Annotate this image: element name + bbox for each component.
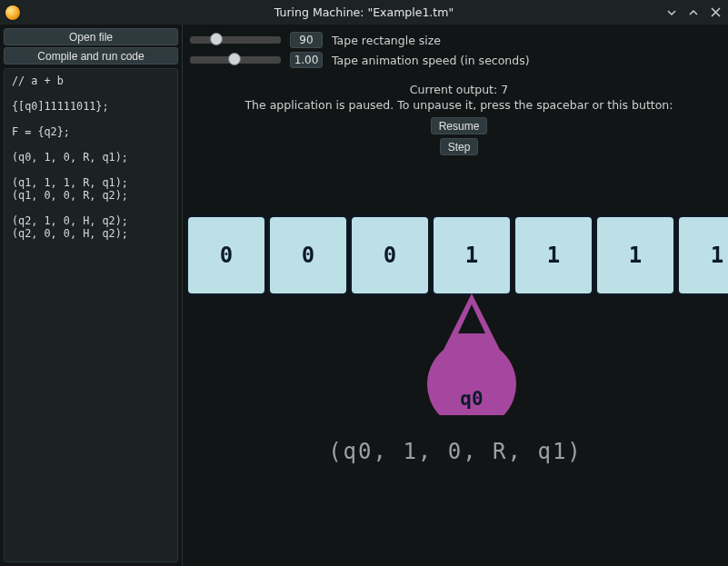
- head-state-label: q0: [427, 388, 516, 410]
- anim-speed-value[interactable]: 1.00: [290, 52, 323, 68]
- main-panel: 90 Tape rectangle size 1.00 Tape animati…: [183, 25, 728, 566]
- tape-head: q0: [427, 293, 516, 415]
- titlebar: Turing Machine: "Example1.tm": [0, 0, 728, 25]
- anim-speed-slider[interactable]: [190, 56, 281, 64]
- rect-size-label: Tape rectangle size: [332, 34, 441, 47]
- tape: 0001111: [183, 215, 728, 295]
- sidebar: Open file Compile and run code // a + b …: [0, 25, 183, 566]
- tape-cell: 1: [595, 215, 675, 295]
- window-title: Turing Machine: "Example1.tm": [0, 5, 728, 19]
- compile-run-button[interactable]: Compile and run code: [4, 47, 178, 65]
- tape-area: 0001111 q0 (q0, 1, 0, R, q1): [183, 215, 728, 464]
- anim-speed-label: Tape animation speed (in seconds): [332, 54, 530, 67]
- anim-speed-row: 1.00 Tape animation speed (in seconds): [190, 52, 728, 68]
- output-line: Current output: 7: [190, 83, 728, 96]
- rect-size-value[interactable]: 90: [290, 32, 323, 48]
- tape-cell: 0: [186, 215, 266, 295]
- tape-cell: 1: [514, 215, 593, 295]
- status-area: Current output: 7 The application is pau…: [190, 83, 728, 112]
- step-button[interactable]: Step: [440, 138, 479, 155]
- maximize-icon[interactable]: [686, 5, 701, 20]
- app-icon: [5, 5, 20, 20]
- slider-thumb[interactable]: [228, 53, 241, 65]
- resume-button[interactable]: Resume: [431, 117, 488, 134]
- tape-cell: 0: [350, 215, 430, 295]
- tape-cell: 1: [677, 215, 728, 295]
- rect-size-row: 90 Tape rectangle size: [190, 32, 728, 48]
- paused-line: The application is paused. To unpause it…: [190, 98, 728, 112]
- transition-display: (q0, 1, 0, R, q1): [183, 439, 728, 464]
- close-icon[interactable]: [708, 5, 723, 20]
- code-editor[interactable]: // a + b {[q0]11111011}; F = {q2}; (q0, …: [4, 68, 178, 562]
- tape-cell: 0: [268, 215, 348, 295]
- slider-thumb[interactable]: [210, 33, 223, 45]
- tape-cell: 1: [432, 215, 512, 295]
- rect-size-slider[interactable]: [190, 36, 281, 44]
- open-file-button[interactable]: Open file: [4, 28, 178, 45]
- minimize-icon[interactable]: [664, 5, 679, 20]
